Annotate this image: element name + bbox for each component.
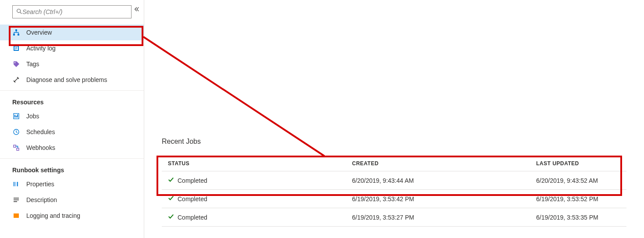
svg-rect-13 <box>16 116 17 117</box>
search-field[interactable] <box>22 8 128 15</box>
log-icon <box>12 44 20 52</box>
properties-icon <box>12 180 20 188</box>
sidebar-item-label: Diagnose and solve problems <box>26 76 107 83</box>
table-row[interactable]: Completed 6/20/2019, 9:43:44 AM 6/20/201… <box>162 171 626 190</box>
sidebar: Overview Activity log Tags Diagnose and … <box>0 0 144 238</box>
svg-rect-2 <box>15 29 17 31</box>
sidebar-item-activity-log[interactable]: Activity log <box>0 40 144 56</box>
svg-rect-3 <box>13 34 15 36</box>
jobs-icon <box>12 112 20 120</box>
check-icon <box>168 213 174 221</box>
svg-line-1 <box>20 12 21 13</box>
sidebar-item-diagnose[interactable]: Diagnose and solve problems <box>0 72 144 88</box>
status-value: Completed <box>178 195 207 202</box>
clock-icon <box>12 128 20 136</box>
sidebar-item-jobs[interactable]: Jobs <box>0 108 144 124</box>
col-updated: LAST UPDATED <box>536 160 620 167</box>
sidebar-item-label: Jobs <box>26 113 39 120</box>
check-icon <box>168 177 174 184</box>
svg-rect-14 <box>17 114 18 117</box>
col-status: STATUS <box>168 160 352 167</box>
logging-icon <box>12 212 20 220</box>
chevron-double-left-icon <box>134 6 140 14</box>
col-created: CREATED <box>352 160 536 167</box>
svg-rect-4 <box>18 34 19 36</box>
sidebar-item-label: Logging and tracing <box>26 212 80 219</box>
svg-rect-17 <box>17 148 19 150</box>
updated-value: 6/19/2019, 3:53:52 PM <box>536 195 620 202</box>
collapse-sidebar-button[interactable] <box>132 5 141 14</box>
sidebar-section-runbook: Runbook settings <box>0 158 144 176</box>
sidebar-item-label: Description <box>26 196 57 203</box>
tag-icon <box>12 60 20 68</box>
sidebar-item-label: Properties <box>26 181 54 188</box>
svg-point-0 <box>17 9 21 12</box>
sidebar-item-description[interactable]: Description <box>0 192 144 208</box>
status-value: Completed <box>178 214 207 221</box>
check-icon <box>168 195 174 202</box>
description-icon <box>12 196 20 204</box>
created-value: 6/19/2019, 3:53:42 PM <box>352 195 536 202</box>
sidebar-section-resources: Resources <box>0 90 144 108</box>
sidebar-item-label: Schedules <box>26 128 55 135</box>
sidebar-item-schedules[interactable]: Schedules <box>0 124 144 140</box>
table-row[interactable]: Completed 6/19/2019, 3:53:42 PM 6/19/201… <box>162 190 626 208</box>
webhook-icon <box>12 144 20 152</box>
recent-jobs-heading: Recent Jobs <box>162 138 201 146</box>
svg-rect-16 <box>14 145 16 147</box>
table-row[interactable]: Completed 6/19/2019, 3:53:27 PM 6/19/201… <box>162 208 626 227</box>
created-value: 6/20/2019, 9:43:44 AM <box>352 177 536 184</box>
svg-point-10 <box>14 62 15 63</box>
sitemap-icon <box>12 28 20 36</box>
sidebar-item-overview[interactable]: Overview <box>0 25 144 40</box>
sidebar-item-label: Tags <box>26 60 39 67</box>
sidebar-item-webhooks[interactable]: Webhooks <box>0 140 144 156</box>
sidebar-item-label: Activity log <box>26 45 56 52</box>
sidebar-item-tags[interactable]: Tags <box>0 56 144 72</box>
search-input[interactable] <box>12 5 132 18</box>
created-value: 6/19/2019, 3:53:27 PM <box>352 214 536 221</box>
sidebar-item-logging[interactable]: Logging and tracing <box>0 208 144 224</box>
sidebar-item-properties[interactable]: Properties <box>0 176 144 192</box>
updated-value: 6/19/2019, 3:53:35 PM <box>536 214 620 221</box>
svg-rect-24 <box>14 213 19 218</box>
main-content: Recent Jobs STATUS CREATED LAST UPDATED … <box>144 0 644 238</box>
updated-value: 6/20/2019, 9:43:52 AM <box>536 177 620 184</box>
status-value: Completed <box>178 177 207 184</box>
wrench-icon <box>12 76 20 84</box>
sidebar-item-label: Webhooks <box>26 144 55 151</box>
sidebar-item-label: Overview <box>26 29 52 36</box>
recent-jobs-table: STATUS CREATED LAST UPDATED Completed 6/… <box>162 156 626 227</box>
table-header: STATUS CREATED LAST UPDATED <box>162 156 626 171</box>
svg-rect-12 <box>14 115 15 117</box>
search-icon <box>16 8 22 16</box>
